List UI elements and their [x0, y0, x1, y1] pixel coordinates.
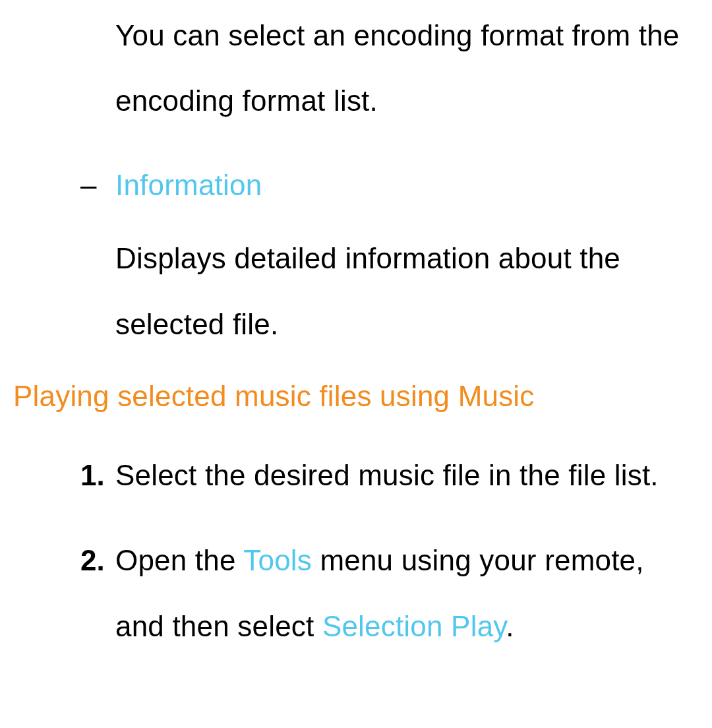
step-2-text: Open the Tools menu using your remote, a…	[115, 528, 686, 659]
step-2-post: .	[506, 610, 514, 642]
dash-bullet-icon: –	[80, 152, 115, 218]
information-list-item: – Information	[80, 152, 686, 218]
selection-play-option: Selection Play	[322, 610, 506, 642]
encoding-format-paragraph: You can select an encoding format from t…	[115, 3, 686, 134]
step-1: 1. Select the desired music file in the …	[0, 442, 686, 508]
section-heading-playing-music: Playing selected music files using Music	[13, 363, 699, 429]
information-heading: Information	[115, 152, 262, 218]
tools-menu-name: Tools	[243, 544, 312, 576]
step-1-number: 1.	[0, 442, 115, 508]
steps-list: 1. Select the desired music file in the …	[0, 442, 686, 659]
step-1-text: Select the desired music file in the fil…	[115, 442, 686, 508]
step-2-pre: Open the	[115, 544, 243, 576]
step-2: 2. Open the Tools menu using your remote…	[0, 528, 686, 659]
step-2-number: 2.	[0, 528, 115, 593]
information-description: Displays detailed information about the …	[115, 226, 686, 357]
